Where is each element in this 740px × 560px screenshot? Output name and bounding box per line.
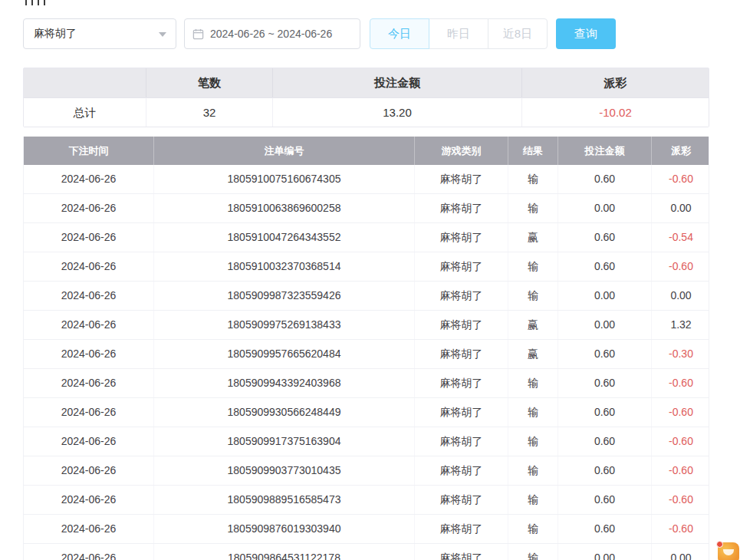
summary-total-row: 总计 32 13.20 -10.02 bbox=[24, 97, 709, 127]
cell-result: 输 bbox=[508, 515, 557, 543]
cell-order-id: 1805909930566248449 bbox=[153, 398, 414, 427]
date-range-picker[interactable]: 2024-06-26 ~ 2024-06-26 bbox=[184, 18, 360, 49]
header-game-type: 游戏类别 bbox=[414, 137, 508, 165]
summary-bet-amount-value: 13.20 bbox=[272, 97, 521, 127]
cell-bet-time: 2024-06-26 bbox=[24, 486, 153, 514]
cell-bet-amount: 0.60 bbox=[557, 456, 651, 485]
cell-game-type: 麻将胡了 bbox=[414, 427, 508, 456]
cell-result: 赢 bbox=[508, 340, 557, 368]
last-8-days-button[interactable]: 近8日 bbox=[488, 18, 548, 49]
cell-bet-time: 2024-06-26 bbox=[24, 515, 153, 543]
table-row: 2024-06-26 1805909903773010435 麻将胡了 输 0.… bbox=[24, 456, 709, 486]
cell-result: 输 bbox=[508, 544, 557, 560]
table-row: 2024-06-26 1805910063869600258 麻将胡了 输 0.… bbox=[24, 194, 709, 223]
cell-order-id: 1805909889516585473 bbox=[153, 486, 414, 514]
cell-bet-amount: 0.60 bbox=[557, 515, 651, 543]
cell-payout: -0.60 bbox=[651, 456, 710, 485]
cell-order-id: 1805909864531122178 bbox=[153, 544, 414, 560]
header-payout: 派彩 bbox=[651, 137, 710, 165]
cell-game-type: 麻将胡了 bbox=[414, 456, 508, 485]
chevron-down-icon bbox=[159, 32, 166, 37]
cell-payout: -0.60 bbox=[651, 398, 710, 427]
cell-game-type: 麻将胡了 bbox=[414, 223, 508, 252]
cell-bet-time: 2024-06-26 bbox=[24, 223, 153, 252]
cell-result: 输 bbox=[508, 165, 557, 193]
cell-game-type: 麻将胡了 bbox=[414, 282, 508, 310]
cell-order-id: 1805910047264343552 bbox=[153, 223, 414, 252]
cell-game-type: 麻将胡了 bbox=[414, 194, 508, 222]
cell-result: 输 bbox=[508, 456, 557, 485]
cell-result: 输 bbox=[508, 194, 557, 222]
cell-game-type: 麻将胡了 bbox=[414, 165, 508, 193]
filter-toolbar: 麻将胡了 2024-06-26 ~ 2024-06-26 今日 昨日 近8日 查… bbox=[23, 18, 616, 49]
table-row: 2024-06-26 1805909957665620484 麻将胡了 赢 0.… bbox=[24, 340, 709, 369]
cell-order-id: 1805910032370368514 bbox=[153, 252, 414, 281]
cell-game-type: 麻将胡了 bbox=[414, 486, 508, 514]
cell-order-id: 1805910063869600258 bbox=[153, 194, 414, 222]
table-row: 2024-06-26 1805909889516585473 麻将胡了 输 0.… bbox=[24, 486, 709, 515]
header-bet-amount: 投注金额 bbox=[557, 137, 651, 165]
cell-game-type: 麻将胡了 bbox=[414, 340, 508, 368]
cell-result: 输 bbox=[508, 486, 557, 514]
cell-payout: -0.54 bbox=[651, 223, 710, 252]
query-button[interactable]: 查询 bbox=[556, 18, 616, 49]
floating-service-icon[interactable] bbox=[718, 542, 739, 560]
cell-bet-amount: 0.60 bbox=[557, 165, 651, 193]
table-row: 2024-06-26 1805909930566248449 麻将胡了 输 0.… bbox=[24, 398, 709, 427]
summary-table: 笔数 投注金额 派彩 总计 32 13.20 -10.02 bbox=[23, 68, 709, 127]
cell-payout: 0.00 bbox=[651, 282, 710, 310]
today-button[interactable]: 今日 bbox=[370, 18, 429, 49]
cell-order-id: 1805909917375163904 bbox=[153, 427, 414, 456]
cell-payout: -0.60 bbox=[651, 515, 710, 543]
cell-payout: 0.00 bbox=[651, 194, 710, 222]
quick-range-group: 今日 昨日 近8日 bbox=[370, 18, 548, 49]
cell-payout: -0.60 bbox=[651, 486, 710, 514]
cell-bet-amount: 0.00 bbox=[557, 544, 651, 560]
table-row: 2024-06-26 1805910032370368514 麻将胡了 输 0.… bbox=[24, 252, 709, 282]
summary-payout-value: -10.02 bbox=[521, 97, 709, 127]
cell-game-type: 麻将胡了 bbox=[414, 311, 508, 339]
cell-payout: -0.30 bbox=[651, 340, 710, 368]
cell-order-id: 1805909903773010435 bbox=[153, 456, 414, 485]
summary-header-count: 笔数 bbox=[146, 68, 272, 97]
cell-bet-time: 2024-06-26 bbox=[24, 252, 153, 281]
cell-game-type: 麻将胡了 bbox=[414, 515, 508, 543]
cell-bet-time: 2024-06-26 bbox=[24, 544, 153, 560]
cell-order-id: 1805910075160674305 bbox=[153, 165, 414, 193]
cell-bet-time: 2024-06-26 bbox=[24, 165, 153, 193]
game-select[interactable]: 麻将胡了 bbox=[23, 18, 176, 49]
notification-dot bbox=[716, 541, 723, 548]
cell-bet-amount: 0.60 bbox=[557, 369, 651, 397]
cell-game-type: 麻将胡了 bbox=[414, 369, 508, 397]
cell-bet-amount: 0.60 bbox=[557, 223, 651, 252]
bet-records-table: 下注时间 注单编号 游戏类别 结果 投注金额 派彩 2024-06-26 180… bbox=[23, 137, 709, 560]
bet-table-body: 2024-06-26 1805910075160674305 麻将胡了 输 0.… bbox=[24, 165, 709, 560]
cell-bet-amount: 0.00 bbox=[557, 194, 651, 222]
table-row: 2024-06-26 1805909975269138433 麻将胡了 赢 0.… bbox=[24, 311, 709, 340]
cell-result: 赢 bbox=[508, 223, 557, 252]
bet-table-header-row: 下注时间 注单编号 游戏类别 结果 投注金额 派彩 bbox=[24, 137, 709, 165]
date-range-value: 2024-06-26 ~ 2024-06-26 bbox=[210, 28, 332, 40]
table-row: 2024-06-26 1805909917375163904 麻将胡了 输 0.… bbox=[24, 427, 709, 456]
summary-total-label: 总计 bbox=[24, 97, 146, 127]
cell-bet-time: 2024-06-26 bbox=[24, 311, 153, 339]
header-result: 结果 bbox=[508, 137, 557, 165]
cell-bet-time: 2024-06-26 bbox=[24, 398, 153, 427]
calendar-icon bbox=[192, 28, 204, 40]
cell-game-type: 麻将胡了 bbox=[414, 398, 508, 427]
cell-bet-amount: 0.60 bbox=[557, 486, 651, 514]
header-bet-time: 下注时间 bbox=[24, 137, 153, 165]
cell-payout: 0.00 bbox=[651, 544, 710, 560]
cell-result: 输 bbox=[508, 398, 557, 427]
summary-header-blank bbox=[24, 68, 146, 97]
summary-header-payout: 派彩 bbox=[521, 68, 709, 97]
table-row: 2024-06-26 1805909876019303940 麻将胡了 输 0.… bbox=[24, 515, 709, 544]
cell-order-id: 1805909876019303940 bbox=[153, 515, 414, 543]
cell-bet-time: 2024-06-26 bbox=[24, 427, 153, 456]
cell-order-id: 1805909943392403968 bbox=[153, 369, 414, 397]
yesterday-button[interactable]: 昨日 bbox=[429, 18, 488, 49]
cell-result: 输 bbox=[508, 369, 557, 397]
cell-bet-amount: 0.00 bbox=[557, 311, 651, 339]
cell-bet-amount: 0.60 bbox=[557, 340, 651, 368]
table-row: 2024-06-26 1805910047264343552 麻将胡了 赢 0.… bbox=[24, 223, 709, 252]
